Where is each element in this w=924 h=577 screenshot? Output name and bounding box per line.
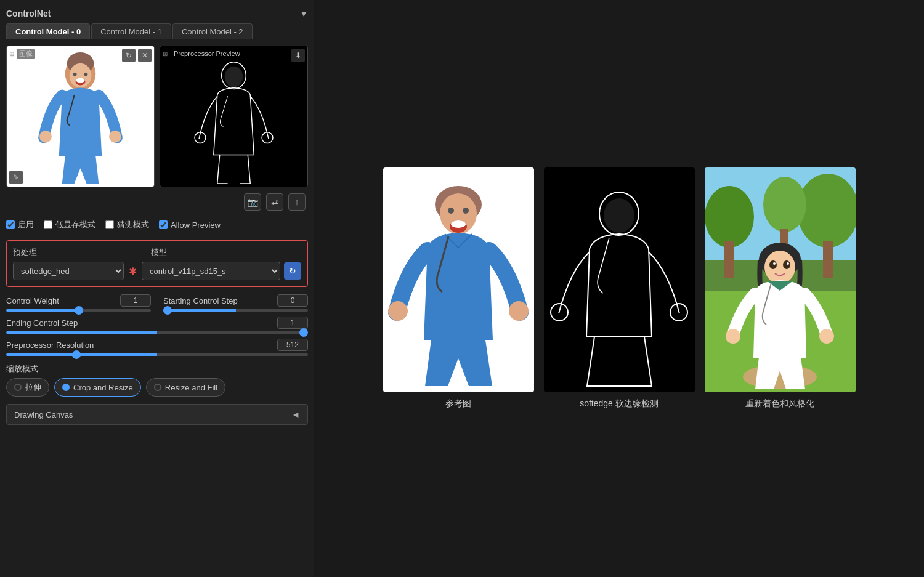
drawing-canvas-section[interactable]: Drawing Canvas ◄: [6, 404, 308, 425]
stretch-label: 拉伸: [25, 382, 41, 393]
low-vram-input[interactable]: [44, 220, 52, 229]
starting-control-step-value: 0: [277, 294, 308, 307]
tabs-row: Control Model - 0 Control Model - 1 Cont…: [6, 23, 308, 39]
star-btn[interactable]: ✱: [128, 264, 138, 278]
image-box-1-header: ⊞ 图像: [9, 49, 35, 59]
edge-detection-image: [544, 167, 695, 392]
zoom-mode-section: 缩放模式 拉伸 Crop and Resize Resize and Fill: [6, 363, 308, 397]
edit-image-btn[interactable]: ✎: [9, 171, 23, 184]
swap-btn[interactable]: ⇄: [266, 193, 283, 211]
collapse-arrow-icon[interactable]: ▼: [299, 9, 308, 18]
svg-point-47: [819, 329, 834, 344]
control-weight-range[interactable]: [6, 309, 151, 312]
allow-preview-input[interactable]: [159, 220, 168, 229]
enable-input[interactable]: [6, 220, 15, 229]
resize-fill-btn[interactable]: Resize and Fill: [146, 378, 225, 397]
svg-point-23: [509, 301, 529, 321]
resize-fill-label: Resize and Fill: [165, 383, 217, 392]
download-preview-btn[interactable]: ⬇: [291, 49, 305, 62]
result-item-2: 重新着色和风格化: [705, 167, 856, 410]
svg-point-42: [769, 260, 777, 269]
ending-control-step-range[interactable]: [6, 331, 308, 334]
crop-resize-radio-icon: [62, 384, 70, 391]
crop-resize-btn[interactable]: Crop and Resize: [54, 378, 141, 397]
starting-control-step-header: Starting Control Step 0: [163, 294, 308, 307]
control-weight-label: Control Weight: [6, 296, 59, 305]
preprocessor-model-section: 预处理 模型 softedge_hed ✱ control_v11p_sd15_…: [6, 240, 308, 287]
tab-control-model-1[interactable]: Control Model - 1: [91, 23, 171, 39]
image-row: ⊞ 图像 ↻ ✕: [6, 46, 308, 187]
result-caption-2: 重新着色和风格化: [745, 398, 814, 410]
preprocessor-resolution-slider-row: Preprocessor Resolution 512: [6, 339, 308, 356]
svg-point-19: [451, 220, 466, 228]
image-box-1-title: 图像: [17, 49, 35, 59]
enable-checkbox[interactable]: 启用: [6, 219, 34, 230]
preprocessor-select[interactable]: softedge_hed: [13, 262, 124, 280]
starting-control-step-slider-item: Starting Control Step 0: [163, 294, 308, 312]
nurse-image: [7, 46, 154, 187]
upload-btn[interactable]: ↑: [288, 193, 306, 211]
model-select[interactable]: control_v11p_sd15_s: [142, 262, 280, 280]
model-label: 模型: [151, 247, 301, 258]
control-weight-header: Control Weight 1: [6, 294, 151, 307]
drawing-canvas-arrow-icon: ◄: [291, 410, 300, 419]
tab-control-model-0[interactable]: Control Model - 0: [6, 23, 90, 39]
ending-control-step-value: 1: [277, 317, 308, 329]
starting-control-step-label: Starting Control Step: [163, 296, 238, 305]
drawing-canvas-label: Drawing Canvas: [14, 410, 73, 419]
close-image-btn[interactable]: ✕: [138, 49, 152, 62]
ending-control-step-label: Ending Control Step: [6, 318, 78, 328]
stretch-radio-icon: [14, 384, 22, 391]
refresh-image-btn[interactable]: ↻: [122, 49, 136, 62]
result-item-1: softedge 软边缘检测: [544, 167, 695, 410]
svg-rect-33: [724, 241, 734, 278]
preprocessor-resolution-value: 512: [277, 339, 308, 351]
svg-point-43: [783, 260, 790, 269]
low-vram-checkbox[interactable]: 低显存模式: [44, 219, 95, 230]
sliders-section: Control Weight 1 Starting Control Step 0: [6, 294, 308, 356]
result-caption-1: softedge 软边缘检测: [580, 398, 659, 410]
preprocessor-resolution-range[interactable]: [6, 353, 308, 356]
preprocessor-preview-box[interactable]: ⊞ Preprocessor Preview ⬇: [160, 46, 308, 187]
refresh-model-btn[interactable]: ↻: [284, 262, 301, 280]
starting-control-step-range[interactable]: [163, 309, 308, 312]
preprocessor-label: 预处理: [13, 247, 136, 258]
svg-point-32: [705, 186, 754, 248]
preprocessor-resolution-header: Preprocessor Resolution 512: [6, 339, 308, 351]
original-image-box[interactable]: ⊞ 图像 ↻ ✕: [6, 46, 155, 187]
svg-point-21: [463, 208, 469, 214]
guess-mode-input[interactable]: [105, 220, 114, 229]
right-panel: 参考图: [314, 0, 924, 577]
svg-point-46: [726, 329, 740, 344]
styled-image: [705, 167, 856, 392]
results-row: 参考图: [383, 167, 856, 410]
guess-mode-checkbox[interactable]: 猜测模式: [105, 219, 149, 230]
svg-rect-35: [823, 241, 833, 278]
svg-point-22: [388, 301, 408, 321]
allow-preview-checkbox[interactable]: Allow Preview: [159, 220, 221, 230]
result-item-0: 参考图: [383, 167, 534, 410]
panel-title: ControlNet: [6, 9, 51, 18]
tab-control-model-2[interactable]: Control Model - 2: [172, 23, 253, 39]
action-row: 📷 ⇄ ↑: [6, 193, 308, 211]
svg-point-44: [773, 262, 776, 265]
resize-fill-radio-icon: [154, 384, 161, 391]
preprocessor-resolution-label: Preprocessor Resolution: [6, 341, 94, 350]
edge-preview-image: [160, 46, 307, 187]
svg-point-7: [84, 73, 87, 76]
ending-control-step-header: Ending Control Step 1: [6, 317, 308, 329]
pm-controls-row: softedge_hed ✱ control_v11p_sd15_s ↻: [13, 262, 301, 280]
stretch-btn[interactable]: 拉伸: [6, 378, 49, 397]
svg-point-20: [448, 208, 454, 214]
dual-slider-row: Control Weight 1 Starting Control Step 0: [6, 294, 308, 312]
control-net-panel: ControlNet ▼ Control Model - 0 Control M…: [0, 0, 314, 577]
control-weight-value: 1: [120, 294, 151, 307]
allow-preview-label: Allow Preview: [171, 220, 221, 230]
svg-point-12: [225, 67, 243, 87]
camera-btn[interactable]: 📷: [244, 193, 261, 211]
guess-mode-label: 猜测模式: [117, 219, 149, 230]
image-box-2-controls: ⬇: [291, 49, 305, 62]
low-vram-label: 低显存模式: [55, 219, 95, 230]
svg-point-36: [763, 177, 806, 232]
svg-point-6: [73, 73, 77, 76]
